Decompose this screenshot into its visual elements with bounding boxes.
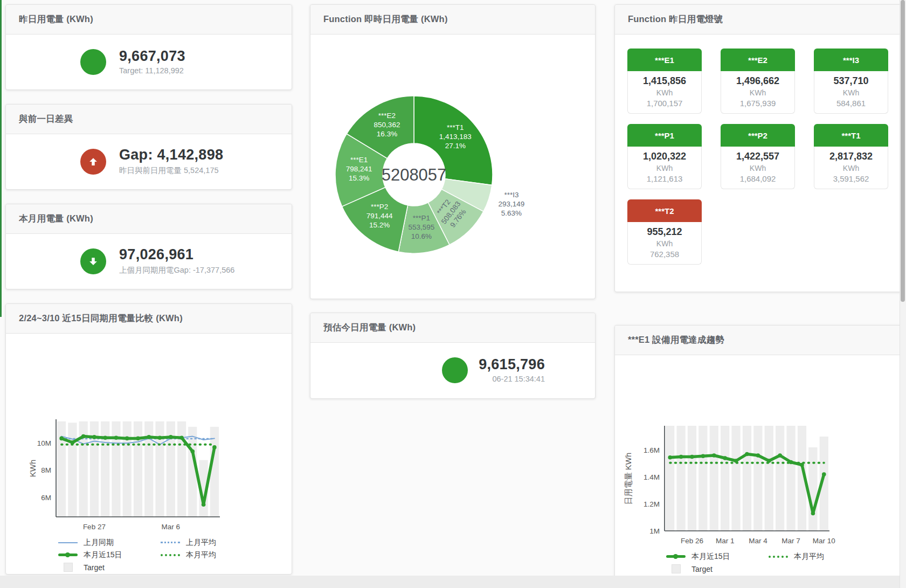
trend-legend: 本月近15日 本月平均 Target bbox=[666, 550, 903, 575]
light-tile-t2: ***T2 955,212 KWh 762,358 bbox=[627, 199, 702, 265]
svg-text:5208057: 5208057 bbox=[382, 165, 447, 184]
legend-label: 本月平均 bbox=[186, 550, 216, 560]
blue-dotted-swatch bbox=[161, 542, 180, 543]
green-line-swatch bbox=[666, 555, 686, 558]
svg-text:10M: 10M bbox=[37, 439, 51, 447]
tile-header: ***E1 bbox=[627, 49, 702, 71]
tile-value: 2,817,832 bbox=[815, 151, 887, 162]
tile-header: ***I3 bbox=[814, 49, 888, 71]
tile-target: 1,684,092 bbox=[722, 174, 793, 183]
tile-unit: KWh bbox=[722, 88, 793, 97]
legend-label: 本月近15日 bbox=[691, 552, 730, 562]
tile-target: 584,861 bbox=[815, 99, 887, 108]
svg-text:KWh: KWh bbox=[28, 460, 37, 478]
light-tile-e1: ***E1 1,415,856 KWh 1,700,157 bbox=[627, 49, 702, 114]
page-footer-band bbox=[0, 576, 900, 588]
panel-compare-chart: 2/24~3/10 近15日同期用電量比較 (KWh) 6M8M10MFeb 2… bbox=[5, 303, 292, 575]
target-swatch bbox=[58, 563, 78, 572]
legend-label: 本月近15日 bbox=[84, 550, 122, 560]
panel-yesterday-usage: 昨日用電量 (KWh) 9,667,073 Target: 11,128,992 bbox=[5, 4, 292, 90]
legend-item-cur-avg[interactable]: 本月平均 bbox=[161, 550, 263, 560]
yesterday-target: Target: 11,128,992 bbox=[119, 66, 185, 75]
month-value: 97,026,961 bbox=[119, 247, 234, 263]
tile-unit: KWh bbox=[815, 88, 887, 97]
svg-text:Mar 4: Mar 4 bbox=[749, 537, 767, 545]
legend-item-target[interactable]: Target bbox=[58, 563, 161, 572]
tile-value: 537,710 bbox=[815, 75, 887, 87]
legend-item-target[interactable]: Target bbox=[666, 564, 769, 573]
svg-text:日用電量 KWh: 日用電量 KWh bbox=[624, 453, 633, 505]
tile-value: 1,422,557 bbox=[722, 151, 793, 162]
panel-realtime-donut: Function 即時日用電量 (KWh) ***T11,413,18327.1… bbox=[310, 4, 596, 299]
blue-line-swatch bbox=[58, 542, 78, 543]
legend-item-prev-avg[interactable]: 上月平均 bbox=[161, 538, 263, 548]
arrow-up-icon bbox=[80, 149, 106, 175]
green-dotted-swatch bbox=[161, 554, 180, 556]
legend-item-cur-avg[interactable]: 本月平均 bbox=[769, 552, 871, 562]
legend-label: Target bbox=[84, 563, 105, 572]
tile-target: 1,675,939 bbox=[722, 99, 793, 108]
svg-text:Mar 10: Mar 10 bbox=[813, 537, 835, 545]
tile-target: 1,121,613 bbox=[629, 174, 700, 183]
legend-label: 上月同期 bbox=[84, 538, 114, 548]
svg-text:Mar 6: Mar 6 bbox=[162, 523, 181, 531]
tile-unit: KWh bbox=[629, 164, 700, 172]
tile-header: ***E2 bbox=[721, 49, 795, 71]
e1-trend-chart[interactable]: 1M1.2M1.4M1.6MFeb 26Mar 1Mar 4Mar 7Mar 1… bbox=[615, 423, 903, 549]
panel-title-gap: 與前一日差異 bbox=[6, 105, 292, 134]
tile-header: ***P2 bbox=[721, 124, 795, 147]
arrow-down-icon bbox=[80, 248, 106, 274]
svg-text:1.2M: 1.2M bbox=[644, 500, 660, 508]
tile-unit: KWh bbox=[629, 239, 700, 248]
yesterday-stat: 9,667,073 Target: 11,128,992 bbox=[6, 34, 292, 89]
panel-title-donut: Function 即時日用電量 (KWh) bbox=[310, 5, 595, 34]
panel-yesterday-lights: Function 昨日用電燈號 ***E1 1,415,856 KWh 1,70… bbox=[614, 4, 904, 292]
svg-text:6M: 6M bbox=[41, 494, 51, 502]
realtime-donut-chart[interactable]: ***T11,413,18327.1%***I3293,1495.63%***T… bbox=[310, 86, 595, 264]
tile-unit: KWh bbox=[629, 88, 700, 97]
light-tiles: ***E1 1,415,856 KWh 1,700,157 ***E2 1,49… bbox=[627, 49, 903, 265]
estimate-stat: 9,615,796 06-21 15:34:41 bbox=[310, 343, 595, 397]
gap-sub: 昨日與前日用電量 5,524,175 bbox=[119, 165, 223, 176]
tile-unit: KWh bbox=[722, 164, 793, 172]
month-stat: 97,026,961 上個月同期用電Gap: -17,377,566 bbox=[6, 234, 292, 288]
status-ok-icon bbox=[442, 357, 468, 383]
light-tile-t1: ***T1 2,817,832 KWh 3,591,562 bbox=[814, 124, 888, 189]
tile-target: 762,358 bbox=[629, 250, 700, 259]
compare-line-chart[interactable]: 6M8M10MFeb 27Mar 6KWh bbox=[6, 416, 281, 535]
status-ok-icon bbox=[80, 49, 106, 75]
tile-header: ***T1 bbox=[814, 124, 888, 147]
panel-title-compare: 2/24~3/10 近15日同期用電量比較 (KWh) bbox=[6, 304, 292, 334]
panel-day-gap: 與前一日差異 Gap: 4,142,898 昨日與前日用電量 5,524,175 bbox=[5, 104, 292, 190]
legend-item-cur-series[interactable]: 本月近15日 bbox=[58, 550, 161, 560]
svg-text:Mar 1: Mar 1 bbox=[716, 537, 735, 545]
target-swatch bbox=[666, 564, 686, 573]
tile-target: 1,700,157 bbox=[629, 99, 700, 108]
light-tile-e2: ***E2 1,496,662 KWh 1,675,939 bbox=[721, 49, 795, 114]
green-line-swatch bbox=[58, 554, 78, 556]
legend-label: Target bbox=[691, 565, 713, 573]
panel-estimate-today: 預估今日用電量 (KWh) 9,615,796 06-21 15:34:41 bbox=[310, 313, 596, 399]
gap-value: Gap: 4,142,898 bbox=[119, 147, 223, 163]
yesterday-value: 9,667,073 bbox=[119, 49, 185, 65]
panel-month-usage: 本月用電量 (KWh) 97,026,961 上個月同期用電Gap: -17,3… bbox=[5, 204, 292, 289]
estimate-timestamp: 06-21 15:34:41 bbox=[479, 375, 545, 383]
estimate-value: 9,615,796 bbox=[479, 357, 545, 373]
light-tile-i3: ***I3 537,710 KWh 584,861 bbox=[814, 49, 888, 114]
legend-item-prev-series[interactable]: 上月同期 bbox=[58, 538, 161, 548]
tile-target: 3,591,562 bbox=[815, 174, 887, 183]
panel-title-month: 本月用電量 (KWh) bbox=[6, 204, 292, 234]
svg-text:***I3293,1495.63%: ***I3293,1495.63% bbox=[498, 191, 524, 217]
panel-e1-trend: ***E1 設備用電達成趨勢 1M1.2M1.4M1.6MFeb 26Mar 1… bbox=[614, 325, 904, 579]
legend-label: 本月平均 bbox=[794, 552, 824, 562]
scrollbar-thumb[interactable] bbox=[901, 0, 905, 302]
svg-text:1M: 1M bbox=[649, 527, 660, 535]
svg-text:Mar 7: Mar 7 bbox=[781, 537, 800, 545]
tile-value: 1,020,322 bbox=[629, 151, 700, 162]
legend-item-cur-series[interactable]: 本月近15日 bbox=[666, 552, 769, 562]
tile-header: ***T2 bbox=[627, 199, 702, 222]
svg-text:1.4M: 1.4M bbox=[644, 473, 660, 481]
svg-text:8M: 8M bbox=[41, 466, 51, 474]
gap-stat: Gap: 4,142,898 昨日與前日用電量 5,524,175 bbox=[6, 134, 292, 189]
svg-text:1.6M: 1.6M bbox=[644, 446, 660, 454]
